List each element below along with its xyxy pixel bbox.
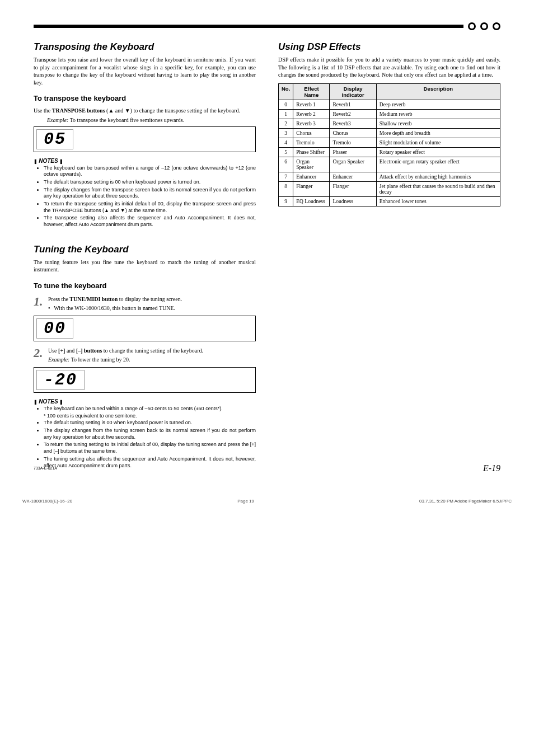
cell-display-indicator: Reverb1 — [330, 100, 376, 109]
cell-display-indicator: Tremolo — [330, 138, 376, 147]
step-2: 2. Use [+] and [–] buttons to change the… — [34, 347, 256, 364]
notes-list-1: The keyboard can be transposed within a … — [34, 165, 256, 228]
table-row: 9EQ LoudnessLoudnessEnhanced lower tones — [279, 196, 500, 206]
right-column: Using DSP Effects DSP effects make it po… — [278, 41, 500, 485]
cell-description: Shallow reverb — [376, 119, 500, 128]
step1-text: Press the TUNE/MIDI button to display th… — [48, 296, 182, 302]
tuning-subhead: To tune the keyboard — [34, 281, 256, 290]
table-row: 0Reverb 1Reverb1Deep reverb — [279, 100, 500, 109]
notes-list-2b: The default tuning setting is 00 when ke… — [34, 420, 256, 469]
cell-description: Electronic organ rotary speaker effect — [376, 157, 500, 172]
notes-heading-1: NOTES — [34, 158, 256, 164]
print-page: Page 19 — [237, 499, 254, 504]
cell-effect-name: Organ Speaker — [293, 157, 330, 172]
cell-no: 1 — [279, 109, 293, 119]
display-inner: 05 — [36, 129, 73, 149]
note-item: The display changes from the tuning scre… — [44, 428, 256, 440]
step-1: 1. Press the TUNE/MIDI button to display… — [34, 295, 256, 312]
transpose-intro: Transpose lets you raise and lower the o… — [34, 56, 256, 86]
cell-display-indicator: Reverb2 — [330, 109, 376, 119]
example-label: Example: — [48, 356, 69, 363]
header-rule — [34, 22, 500, 30]
note-item: The tuning setting also affects the sequ… — [44, 456, 256, 469]
section-title-dsp: Using DSP Effects — [278, 41, 500, 53]
cell-display-indicator: Phaser — [330, 147, 376, 157]
cell-no: 6 — [279, 157, 293, 172]
cents-footnote: * 100 cents is equivalent to one semiton… — [44, 413, 256, 419]
cell-description: Enhanced lower tones — [376, 196, 500, 206]
cell-description: Slight modulation of volume — [376, 138, 500, 147]
cell-effect-name: Reverb 3 — [293, 119, 330, 128]
note-item: The keyboard can be tuned within a range… — [44, 406, 256, 412]
seven-seg-value: -20 — [44, 370, 77, 389]
cell-description: Medium reverb — [376, 109, 500, 119]
print-meta: 03.7.31, 5:20 PM Adobe PageMaker 6.5J/PP… — [419, 499, 512, 504]
note-item: To return the tuning setting to its init… — [44, 442, 256, 454]
print-slug: WK-1800/1600(E)-16~20 Page 19 03.7.31, 5… — [0, 499, 534, 504]
cell-display-indicator: Enhancer — [330, 172, 376, 181]
display-box-neg20: -20 — [34, 367, 256, 393]
cell-effect-name: Reverb 1 — [293, 100, 330, 109]
step2-text: Use [+] and [–] buttons to change the tu… — [48, 348, 203, 354]
cell-display-indicator: Chorus — [330, 128, 376, 138]
section-title-transpose: Transposing the Keyboard — [34, 41, 256, 53]
cell-effect-name: Phase Shifter — [293, 147, 330, 157]
section-title-tuning: Tuning the Keyboard — [34, 244, 256, 255]
table-row: 4TremoloTremoloSlight modulation of volu… — [279, 138, 500, 147]
cell-no: 3 — [279, 128, 293, 138]
note-item: The default tuning setting is 00 when ke… — [44, 420, 256, 426]
page-number: E-19 — [483, 463, 500, 473]
step-num-1: 1. — [34, 295, 45, 312]
cell-effect-name: EQ Loudness — [293, 196, 330, 206]
col-description: Description — [376, 83, 500, 100]
cell-no: 9 — [279, 196, 293, 206]
cell-description: Attack effect by enhancing high harmonic… — [376, 172, 500, 181]
cell-display-indicator: Reverb3 — [330, 119, 376, 128]
cell-no: 0 — [279, 100, 293, 109]
note-item: The default transpose setting is 00 when… — [44, 179, 256, 186]
cell-effect-name: Reverb 2 — [293, 109, 330, 119]
header-circle-2 — [480, 22, 488, 30]
table-row: 2Reverb 3Reverb3Shallow reverb — [279, 119, 500, 128]
table-row: 5Phase ShifterPhaserRotary speaker effec… — [279, 147, 500, 157]
footer-code: 733A-E-021A — [34, 466, 57, 470]
example-text: To lower the tuning by 20. — [71, 356, 130, 363]
cell-description: Jet plane effect that causes the sound t… — [376, 181, 500, 196]
cell-display-indicator: Loudness — [330, 196, 376, 206]
table-row: 7EnhancerEnhancerAttack effect by enhanc… — [279, 172, 500, 181]
cell-display-indicator: Flanger — [330, 181, 376, 196]
col-no: No. — [279, 83, 293, 100]
dsp-table: No. Effect Name Display Indicator Descri… — [278, 83, 500, 206]
cell-no: 5 — [279, 147, 293, 157]
transpose-subhead: To transpose the keyboard — [34, 94, 256, 102]
display-box-05: 05 — [34, 126, 256, 152]
cell-display-indicator: Organ Speaker — [330, 157, 376, 172]
table-row: 1Reverb 2Reverb2Medium reverb — [279, 109, 500, 119]
header-rule-left — [34, 25, 463, 28]
header-circle-1 — [468, 22, 476, 30]
example-text: To transpose the keyboard five semitones… — [70, 117, 185, 123]
note-item: The transpose setting also affects the s… — [44, 215, 256, 228]
cell-no: 2 — [279, 119, 293, 128]
cell-effect-name: Enhancer — [293, 172, 330, 181]
cell-no: 4 — [279, 138, 293, 147]
cell-effect-name: Flanger — [293, 181, 330, 196]
note-item: The display changes from the transpose s… — [44, 187, 256, 200]
header-circle-3 — [493, 22, 500, 30]
step-num-2: 2. — [34, 347, 45, 364]
table-row: 6Organ SpeakerOrgan SpeakerElectronic or… — [279, 157, 500, 172]
transpose-use-line: Use the TRANSPOSE buttons (▲ and ▼) to c… — [34, 107, 256, 115]
cell-description: Deep reverb — [376, 100, 500, 109]
print-file: WK-1800/1600(E)-16~20 — [22, 499, 72, 504]
cell-description: More depth and breadth — [376, 128, 500, 138]
display-box-00: 00 — [34, 316, 256, 341]
cell-no: 7 — [279, 172, 293, 181]
col-effect-name: Effect Name — [293, 83, 330, 100]
step1-sub: • With the WK-1600/1630, this button is … — [48, 304, 256, 312]
notes-heading-2: NOTES — [34, 398, 256, 405]
cell-effect-name: Tremolo — [293, 138, 330, 147]
step1-sub-text: With the WK-1600/1630, this button is na… — [54, 305, 175, 311]
table-row: 3ChorusChorusMore depth and breadth — [279, 128, 500, 138]
display-inner: -20 — [36, 370, 85, 390]
display-inner: 00 — [36, 318, 73, 339]
